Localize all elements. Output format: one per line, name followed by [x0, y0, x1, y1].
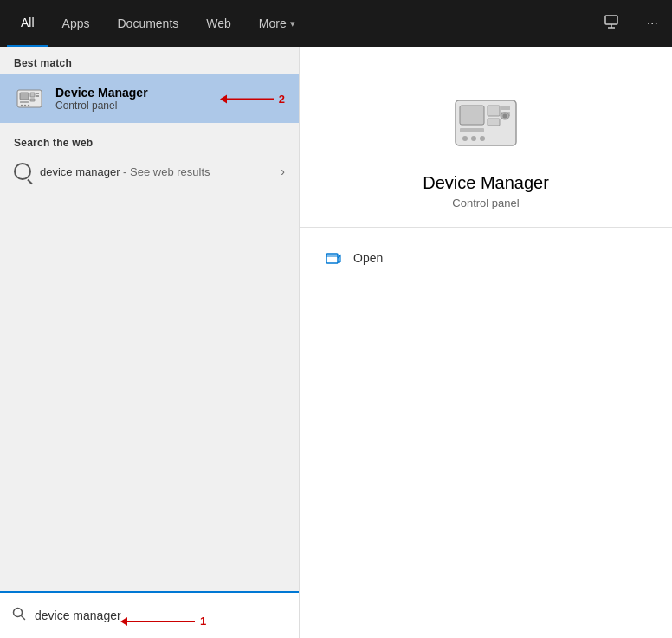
left-panel: Best match Device Manag — [0, 47, 300, 638]
svg-point-9 — [24, 105, 26, 106]
left-spacer — [0, 189, 299, 591]
search-web-label: Search the web — [0, 126, 299, 154]
svg-point-22 — [480, 136, 485, 141]
svg-rect-7 — [20, 101, 29, 103]
svg-point-10 — [28, 105, 29, 106]
device-manager-icon-box — [14, 83, 45, 114]
best-match-item[interactable]: Device Manager Control panel 2 — [0, 74, 299, 123]
svg-rect-25 — [326, 254, 338, 263]
action-open[interactable]: Open — [320, 242, 651, 274]
tab-web[interactable]: Web — [192, 0, 245, 47]
app-subtitle: Control panel — [55, 100, 285, 112]
svg-point-24 — [503, 114, 507, 119]
svg-line-12 — [22, 616, 25, 620]
right-detail: Device Manager Control panel — [300, 47, 672, 228]
search-web-icon — [14, 163, 31, 180]
chevron-down-icon: ▾ — [290, 18, 295, 29]
svg-rect-0 — [605, 16, 617, 24]
tab-all-label: All — [21, 16, 35, 29]
right-panel: Device Manager Control panel Open — [300, 47, 672, 638]
tab-web-label: Web — [206, 16, 231, 30]
tab-more-label: More — [259, 16, 287, 30]
svg-point-8 — [21, 105, 23, 106]
svg-rect-2 — [20, 93, 29, 100]
device-manager-icon — [16, 85, 43, 113]
search-bar-icon — [12, 607, 26, 624]
search-web-query: device manager — [40, 165, 120, 178]
more-options-button[interactable]: ··· — [640, 12, 665, 35]
detail-device-manager-icon — [451, 90, 520, 159]
svg-rect-6 — [36, 95, 39, 97]
search-input[interactable] — [35, 609, 287, 622]
svg-rect-15 — [488, 106, 500, 116]
svg-rect-17 — [501, 106, 510, 110]
svg-rect-14 — [460, 106, 484, 125]
tab-documents[interactable]: Documents — [103, 0, 192, 47]
app-info: Device Manager Control panel — [55, 86, 285, 112]
top-nav: All Apps Documents Web More ▾ ··· — [0, 0, 672, 47]
right-actions: Open — [300, 228, 672, 288]
tab-apps[interactable]: Apps — [48, 0, 104, 47]
detail-subtitle: Control panel — [452, 197, 519, 209]
open-icon — [324, 248, 343, 267]
search-web-item[interactable]: device manager - See web results › — [0, 154, 299, 189]
search-web-suffix: - See web results — [120, 165, 210, 178]
main-layout: Best match Device Manag — [0, 47, 672, 638]
search-bar: 1 — [0, 591, 299, 638]
search-web-text: device manager - See web results — [40, 165, 281, 178]
svg-point-20 — [462, 136, 468, 141]
svg-rect-3 — [30, 93, 35, 97]
ellipsis-icon: ··· — [647, 16, 658, 30]
tab-documents-label: Documents — [117, 16, 178, 30]
tab-more[interactable]: More ▾ — [245, 0, 309, 47]
tab-apps-label: Apps — [62, 16, 90, 30]
svg-rect-16 — [488, 119, 500, 126]
nav-right: ··· — [597, 10, 665, 36]
best-match-label: Best match — [0, 47, 299, 74]
action-open-label: Open — [353, 251, 383, 265]
svg-point-21 — [471, 136, 476, 141]
svg-rect-4 — [30, 99, 35, 101]
svg-rect-5 — [36, 93, 39, 94]
detail-title: Device Manager — [423, 173, 549, 193]
app-name: Device Manager — [55, 86, 285, 100]
chevron-right-icon: › — [281, 164, 285, 178]
tab-all[interactable]: All — [7, 0, 48, 47]
user-icon-button[interactable] — [597, 10, 626, 36]
svg-rect-19 — [460, 128, 484, 132]
